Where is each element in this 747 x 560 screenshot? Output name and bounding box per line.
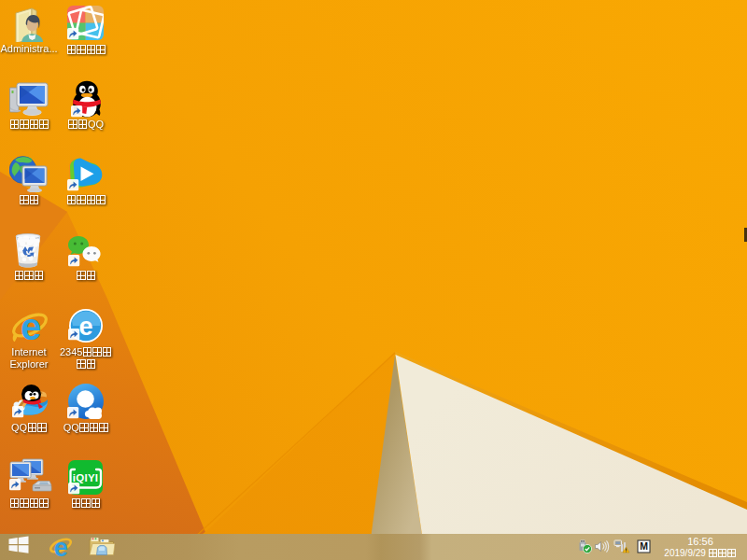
svg-text:iQIYI: iQIYI: [73, 472, 99, 483]
svg-text:e: e: [78, 313, 92, 341]
svg-text:e: e: [54, 535, 68, 558]
svg-text:e: e: [21, 308, 41, 343]
svg-text:M: M: [640, 540, 648, 552]
